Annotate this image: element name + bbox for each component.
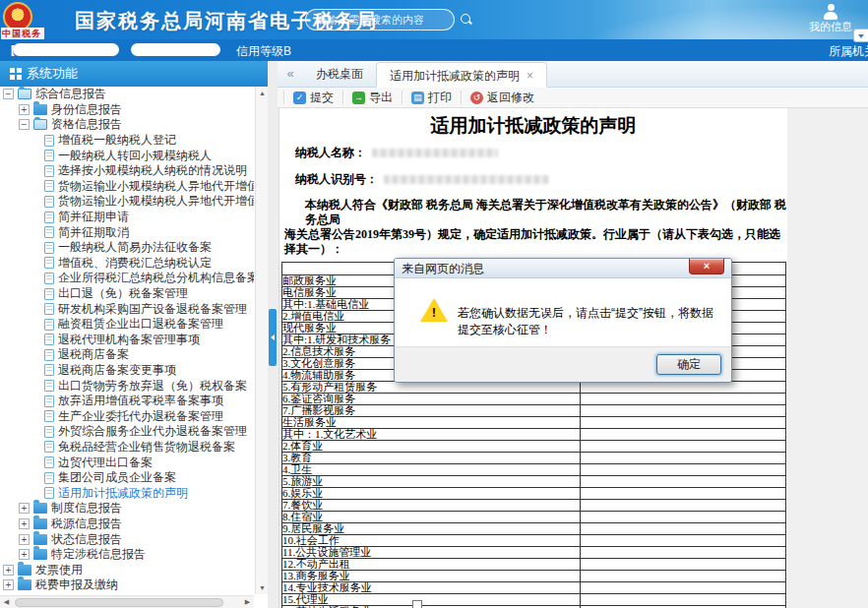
sidebar-item-制度信息报告[interactable]: +制度信息报告 xyxy=(0,501,254,517)
tree-item-label[interactable]: 出口退（免）税备案管理 xyxy=(58,285,188,302)
collapse-sidebar-handle[interactable] xyxy=(269,309,277,366)
option-cell[interactable] xyxy=(581,394,786,405)
tree-item-label[interactable]: 增值税一般纳税人登记 xyxy=(58,132,176,149)
option-cell[interactable] xyxy=(581,405,786,417)
sidebar-item-一般纳税人转回小规模纳税人[interactable]: 一般纳税人转回小规模纳税人 xyxy=(0,148,254,163)
sidebar-item-税费申报及缴纳[interactable]: +税费申报及缴纳 xyxy=(0,578,254,593)
tree-item-label[interactable]: 免税品经营企业销售货物退税备案 xyxy=(58,439,235,456)
tree-item-label[interactable]: 货物运输业小规模纳税人异地代开增值税专用发票备案 xyxy=(58,178,254,195)
my-info-link[interactable]: 我的信息 xyxy=(809,20,852,34)
option-cell[interactable] xyxy=(581,535,786,547)
sidebar-item-外贸综合服务企业代办退税备案管理[interactable]: 外贸综合服务企业代办退税备案管理 xyxy=(0,424,254,440)
tree-item-label[interactable]: 放弃适用增值税零税率备案事项 xyxy=(58,393,223,409)
sidebar-item-边贸代理出口备案[interactable]: 边贸代理出口备案 xyxy=(0,455,254,470)
tree-item-label[interactable]: 融资租赁企业出口退税备案管理 xyxy=(58,316,223,333)
导出-button[interactable]: →导出 xyxy=(343,88,402,108)
tab-label[interactable]: 适用加计抵减政策的声明 xyxy=(390,69,520,83)
tree-item-label[interactable]: 状态信息报告 xyxy=(51,531,122,548)
tree-item-label[interactable]: 选择按小规模纳税人纳税的情况说明 xyxy=(58,162,247,179)
close-tab-icon[interactable]: × xyxy=(527,69,533,83)
option-cell[interactable] xyxy=(581,464,786,476)
search-input[interactable] xyxy=(306,14,460,26)
tree-item-label[interactable]: 生产企业委托代办退税备案管理 xyxy=(58,408,223,425)
toolbar-button-label[interactable]: 提交 xyxy=(310,90,334,106)
option-cell[interactable] xyxy=(581,476,786,488)
collapse-icon[interactable]: − xyxy=(3,89,14,99)
tree-item-label[interactable]: 退税商店备案 xyxy=(58,346,129,363)
expand-icon[interactable]: + xyxy=(19,549,30,560)
expand-icon[interactable]: + xyxy=(19,534,30,545)
tree-item-label[interactable]: 适用加计抵减政策的声明 xyxy=(58,485,188,502)
toolbar-button-label[interactable]: 导出 xyxy=(369,90,393,106)
sidebar-item-货物运输业小规模纳税人异地代开增值税专用发票备案[interactable]: 货物运输业小规模纳税人异地代开增值税专用发票备案 xyxy=(0,179,254,195)
sidebar-item-放弃适用增值税零税率备案事项[interactable]: 放弃适用增值税零税率备案事项 xyxy=(0,394,254,409)
toolbar-button-label[interactable]: 返回修改 xyxy=(487,90,534,106)
tree-item-label[interactable]: 外贸综合服务企业代办退税备案管理 xyxy=(58,423,247,440)
tree-item-label[interactable]: 发票使用 xyxy=(35,562,83,578)
expand-icon[interactable]: + xyxy=(3,579,14,590)
toolbar-button-label[interactable]: 打印 xyxy=(428,90,452,106)
sidebar-item-身份信息报告[interactable]: +身份信息报告 xyxy=(0,102,254,118)
option-cell[interactable] xyxy=(581,571,786,582)
option-cell[interactable] xyxy=(581,582,786,594)
dialog-titlebar[interactable]: 来自网页的消息 × xyxy=(395,259,731,278)
option-cell[interactable] xyxy=(581,488,786,500)
sidebar-item-企业所得税汇总纳税总分机构信息备案[interactable]: 企业所得税汇总纳税总分机构信息备案 xyxy=(0,271,254,286)
tree-item-label[interactable]: 简并征期取消 xyxy=(58,224,129,241)
org-dropdown-button[interactable] xyxy=(853,29,868,42)
sidebar-item-简并征期申请[interactable]: 简并征期申请 xyxy=(0,210,254,225)
tree-item-label[interactable]: 税源信息报告 xyxy=(51,516,122,532)
打印-button[interactable]: ▤打印 xyxy=(403,88,461,108)
dialog-close-icon[interactable]: × xyxy=(689,259,724,274)
tree-item-label[interactable]: 出口货物劳务放弃退（免）税权备案 xyxy=(58,378,247,395)
tree-item-label[interactable]: 制度信息报告 xyxy=(51,500,122,517)
option-cell[interactable] xyxy=(581,594,786,606)
sidebar-item-出口货物劳务放弃退（免）税权备案[interactable]: 出口货物劳务放弃退（免）税权备案 xyxy=(0,378,254,394)
sidebar-item-资格信息报告[interactable]: −资格信息报告 xyxy=(0,117,254,133)
option-cell[interactable] xyxy=(581,382,786,394)
tree-item-label[interactable]: 税费申报及缴纳 xyxy=(35,577,118,593)
option-cell[interactable] xyxy=(581,441,786,453)
option-cell[interactable] xyxy=(581,453,786,464)
expand-icon[interactable]: + xyxy=(3,565,14,576)
tree-item-label[interactable]: 资格信息报告 xyxy=(51,116,122,133)
layout-splitter[interactable] xyxy=(268,61,278,608)
scroll-left-icon[interactable]: ◀ xyxy=(0,596,13,608)
tree-item-label[interactable]: 特定涉税信息报告 xyxy=(51,546,146,563)
option-cell[interactable] xyxy=(581,429,786,441)
sidebar-item-退税商店备案变更事项[interactable]: 退税商店备案变更事项 xyxy=(0,363,254,379)
sidebar-item-简并征期取消[interactable]: 简并征期取消 xyxy=(0,224,254,240)
option-cell[interactable] xyxy=(581,523,786,535)
sidebar-item-货物运输业小规模纳税人异地代开增值税专用发票备案[interactable]: 货物运输业小规模纳税人异地代开增值税专用发票备案 xyxy=(0,194,254,210)
sidebar-item-增值税、消费税汇总纳税认定[interactable]: 增值税、消费税汇总纳税认定 xyxy=(0,256,254,272)
sidebar-item-集团公司成员企业备案[interactable]: 集团公司成员企业备案 xyxy=(0,470,254,486)
sidebar-item-选择按小规模纳税人纳税的情况说明[interactable]: 选择按小规模纳税人纳税的情况说明 xyxy=(0,163,254,179)
tree-item-label[interactable]: 退税商店备案变更事项 xyxy=(58,362,176,379)
sidebar-item-特定涉税信息报告[interactable]: +特定涉税信息报告 xyxy=(0,547,254,563)
sidebar-item-税源信息报告[interactable]: +税源信息报告 xyxy=(0,517,254,532)
sidebar-item-研发机构采购国产设备退税备案管理[interactable]: 研发机构采购国产设备退税备案管理 xyxy=(0,301,254,317)
option-cell[interactable] xyxy=(581,500,786,512)
sidebar-item-出口退（免）税备案管理[interactable]: 出口退（免）税备案管理 xyxy=(0,286,254,302)
option-cell[interactable] xyxy=(581,547,786,559)
option-cell[interactable] xyxy=(581,512,786,523)
tab-适用加计抵减政策的声明[interactable]: 适用加计抵减政策的声明× xyxy=(376,62,547,88)
sidebar-item-免税品经营企业销售货物退税备案[interactable]: 免税品经营企业销售货物退税备案 xyxy=(0,440,254,456)
tree-item-label[interactable]: 研发机构采购国产设备退税备案管理 xyxy=(58,301,247,318)
sidebar-item-发票使用[interactable]: +发票使用 xyxy=(0,562,254,578)
sidebar-item-状态信息报告[interactable]: +状态信息报告 xyxy=(0,531,254,547)
tree-item-label[interactable]: 简并征期申请 xyxy=(58,209,129,225)
sidebar-item-融资租赁企业出口退税备案管理[interactable]: 融资租赁企业出口退税备案管理 xyxy=(0,317,254,333)
tree-item-label[interactable]: 增值税、消费税汇总纳税认定 xyxy=(58,255,212,272)
tree-item-label[interactable]: 身份信息报告 xyxy=(51,101,122,118)
expand-icon[interactable]: + xyxy=(19,518,30,529)
tree-item-label[interactable]: 集团公司成员企业备案 xyxy=(58,469,176,486)
option-cell[interactable] xyxy=(581,417,786,429)
header-search[interactable] xyxy=(305,9,455,30)
tree-item-label[interactable]: 边贸代理出口备案 xyxy=(58,455,153,471)
user-avatar-icon[interactable] xyxy=(823,4,838,19)
tab-label[interactable]: 办税桌面 xyxy=(316,67,363,81)
tree-item-label[interactable]: 退税代理机构备案管理事项 xyxy=(58,332,200,348)
expand-icon[interactable]: + xyxy=(19,104,30,115)
expand-icon[interactable]: + xyxy=(19,503,30,514)
